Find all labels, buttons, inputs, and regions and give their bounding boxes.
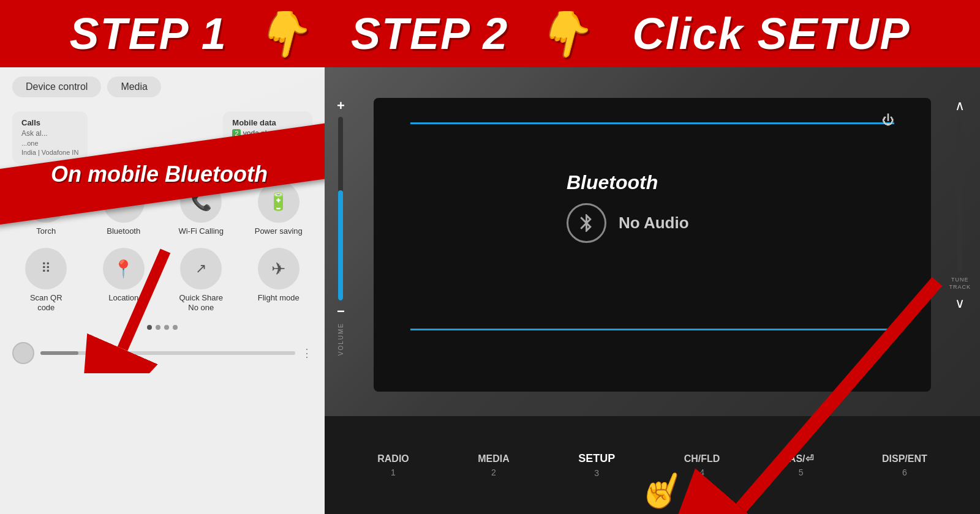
flight-mode-label: Flight mode xyxy=(258,293,300,303)
stereo-btn-radio[interactable]: RADIO 1 xyxy=(377,453,409,477)
dot-3 xyxy=(164,325,169,330)
dot-4 xyxy=(173,325,178,330)
toggle-grid-row2: ⠿ Scan QRcode 📍 Location ↗ Quick ShareNo… xyxy=(0,245,325,315)
location-label: Location xyxy=(108,293,138,303)
power-saving-label: Power saving xyxy=(255,226,303,236)
hand2-icon: 👇 xyxy=(535,9,592,58)
brightness-slider[interactable] xyxy=(40,351,295,355)
volume-minus: − xyxy=(337,304,345,319)
disp-num: 6 xyxy=(902,467,907,477)
red-banner-text: On mobile Bluetooth xyxy=(51,162,268,187)
as-label: AS/⏎ xyxy=(789,453,813,464)
setup-label: SETUP xyxy=(578,452,615,466)
dot-1 xyxy=(147,325,152,330)
brightness-row: ⋮ xyxy=(0,339,325,367)
volume-plus: + xyxy=(337,98,345,114)
wifi-calling-label: Wi-Fi Calling xyxy=(178,226,224,236)
click-setup-label: Click SETUP xyxy=(632,9,910,58)
page-dots xyxy=(0,316,325,339)
torch-label: Torch xyxy=(36,226,56,236)
tab-device-control[interactable]: Device control xyxy=(12,76,101,97)
tune-track-slider xyxy=(957,119,962,272)
volume-fill xyxy=(338,190,343,300)
hand1-icon: 👇 xyxy=(254,9,311,58)
media-label: MEDIA xyxy=(478,453,510,464)
power-icon[interactable]: ⏻ xyxy=(882,113,894,127)
brightness-menu[interactable]: ⋮ xyxy=(301,346,312,360)
dot-2 xyxy=(156,325,160,330)
as-num: 5 xyxy=(799,467,804,477)
location-icon: 📍 xyxy=(103,248,145,289)
no-audio-label: No Audio xyxy=(619,214,689,233)
bluetooth-display: Bluetooth No Audio xyxy=(567,171,738,243)
bt-title: Bluetooth xyxy=(567,171,738,194)
toggle-flight-mode[interactable]: ✈ Flight mode xyxy=(244,248,314,312)
stereo-btn-chfld[interactable]: CH/FLD 4 xyxy=(684,453,720,477)
stereo-btn-as[interactable]: AS/⏎ 5 xyxy=(789,453,813,477)
brightness-icon xyxy=(12,342,34,364)
volume-bar: + − VOLUME xyxy=(337,98,345,392)
qr-icon: ⠿ xyxy=(25,248,67,289)
tab-media[interactable]: Media xyxy=(107,76,161,97)
radio-num: 1 xyxy=(391,467,396,477)
chfld-label: CH/FLD xyxy=(684,453,720,464)
qr-label: Scan QRcode xyxy=(30,293,62,312)
toggle-qr[interactable]: ⠿ Scan QRcode xyxy=(11,248,81,312)
quick-share-label: Quick ShareNo one xyxy=(179,293,223,312)
tune-label: TUNETRACK xyxy=(949,277,971,291)
bt-circle-icon xyxy=(567,203,606,243)
sim-label: ...oneIndia | Vodafone IN xyxy=(21,139,78,158)
car-panel: + − VOLUME ⏻ Bluetooth N xyxy=(325,67,980,514)
stereo-btn-disp[interactable]: DISP/ENT 6 xyxy=(882,453,927,477)
toggle-location[interactable]: 📍 Location xyxy=(89,248,159,312)
mobile-data-label: Mobile data xyxy=(232,117,303,128)
bluetooth-label: Bluetooth xyxy=(107,226,140,236)
disp-label: DISP/ENT xyxy=(882,453,927,464)
step1-label: STEP 1 xyxy=(69,9,227,58)
step2-label: STEP 2 xyxy=(351,9,508,58)
volume-label: VOLUME xyxy=(337,322,344,356)
flight-mode-icon: ✈ xyxy=(258,248,300,289)
radio-label: RADIO xyxy=(377,453,409,464)
bt-info-row: No Audio xyxy=(567,203,738,243)
media-num: 2 xyxy=(491,467,496,477)
toggle-power-saving[interactable]: 🔋 Power saving xyxy=(244,181,314,236)
setup-num: 3 xyxy=(594,468,599,478)
chfld-num: 4 xyxy=(699,467,704,477)
brightness-fill xyxy=(40,351,78,355)
toggle-quick-share[interactable]: ↗ Quick ShareNo one xyxy=(166,248,236,312)
calls-sub: Ask al... xyxy=(21,128,78,139)
tune-track-bar: ∧ TUNETRACK ∨ xyxy=(949,98,971,392)
calls-label: Calls xyxy=(21,117,78,128)
tab-row: Device control Media xyxy=(0,67,325,103)
progress-line xyxy=(410,122,894,124)
bottom-line xyxy=(410,329,894,330)
stereo-screen: ⏻ Bluetooth No Audio xyxy=(374,98,931,392)
header-text: STEP 1 👇 STEP 2 👇 Click SETUP xyxy=(69,8,910,60)
stereo-btn-setup[interactable]: SETUP 3 xyxy=(578,452,615,478)
main-content: Device control Media Calls Ask al... ...… xyxy=(0,67,980,514)
volume-track xyxy=(338,117,343,300)
quick-share-icon: ↗ xyxy=(180,248,222,289)
tune-up-chevron: ∧ xyxy=(955,98,965,114)
stereo-btn-media[interactable]: MEDIA 2 xyxy=(478,453,510,477)
calls-info: Calls Ask al... ...oneIndia | Vodafone I… xyxy=(12,111,88,164)
tune-down-chevron: ∨ xyxy=(955,296,965,311)
phone-panel: Device control Media Calls Ask al... ...… xyxy=(0,67,325,514)
header-banner: STEP 1 👇 STEP 2 👇 Click SETUP xyxy=(0,0,980,67)
